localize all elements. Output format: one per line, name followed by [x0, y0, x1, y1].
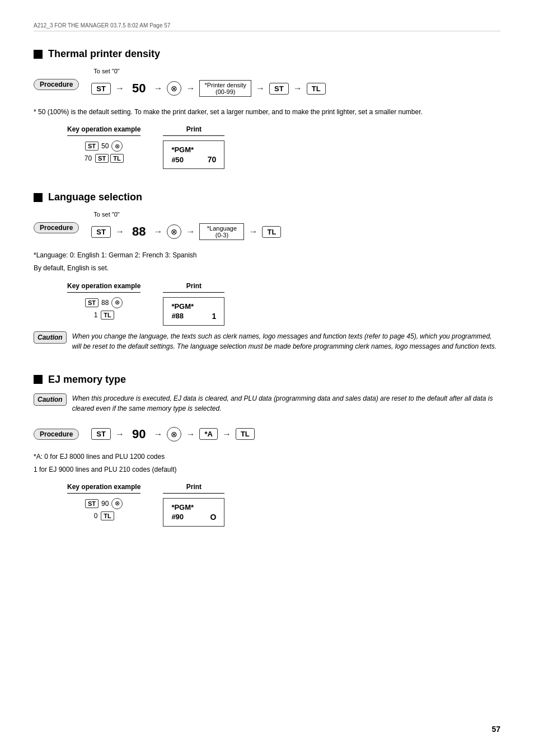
section2-print-header: Print	[163, 282, 224, 293]
section2-key-op-row1: ST 88 ⊗	[85, 297, 123, 308]
section1-key-st2: ST	[95, 154, 109, 163]
section1-bullet	[34, 50, 43, 59]
section1-to-set-label: To set "0"	[93, 68, 119, 74]
section1-title: Thermal printer density	[34, 48, 500, 60]
section1-print-line2: #50	[171, 156, 184, 164]
section1-key-50: 50	[101, 142, 109, 150]
section1-label-line1: *Printer density	[204, 82, 246, 88]
section2-title-text: Language selection	[48, 191, 142, 203]
section1-print-value: 70	[208, 155, 217, 164]
section-language-selection: Language selection Procedure To set "0" …	[34, 191, 500, 351]
procedure-badge-3: Procedure	[34, 429, 79, 440]
section1-arrow4: →	[256, 83, 265, 93]
section2-key-st: ST	[85, 298, 99, 307]
section2-arrow2: →	[153, 227, 162, 237]
section2-key-tl: TL	[101, 311, 114, 320]
section1-key-st: ST	[85, 142, 99, 151]
section3-key-x1: ⊗	[111, 498, 123, 509]
section2-bullet	[34, 193, 43, 202]
section2-arrow3: →	[186, 227, 195, 237]
section1-arrow5: →	[293, 83, 302, 93]
section2-note1: *Language: 0: English 1: German 2: Frenc…	[34, 250, 500, 261]
section1-print-col: Print *PGM* #50 70	[163, 125, 224, 169]
section1-arrow1: →	[115, 83, 124, 93]
section2-number: 88	[132, 224, 146, 239]
section1-st2-key: ST	[269, 83, 289, 95]
section3-arrow1: →	[115, 429, 124, 439]
section3-print-value: O	[210, 513, 217, 522]
procedure-badge-1: Procedure	[34, 79, 79, 90]
section3-key-op-col: Key operation example ST 90 ⊗ 0 TL	[67, 483, 140, 520]
section2-print-line2: #88	[171, 312, 184, 320]
section2-print-value: 1	[212, 312, 217, 321]
section2-key-1: 1	[94, 311, 98, 319]
section3-label-box: *A	[199, 428, 217, 440]
section3-title-text: EJ memory type	[48, 374, 126, 386]
section2-to-set-label: To set "0"	[93, 211, 119, 218]
section2-print-col: Print *PGM* #88 1	[163, 282, 224, 326]
section1-key-70: 70	[85, 154, 92, 162]
section2-flow-row: Procedure To set "0" ST → 88 → ⊗ → *Lang…	[34, 211, 500, 245]
section3-caution-badge: Caution	[34, 393, 67, 406]
section1-print-header: Print	[163, 125, 224, 136]
section2-caution-text: When you change the language, the texts …	[72, 331, 500, 351]
section2-title: Language selection	[34, 191, 500, 203]
section2-print-line1: *PGM*	[171, 302, 216, 311]
section3-arrow4: →	[222, 429, 231, 439]
section3-key-op-rows: ST 90 ⊗ 0 TL	[67, 498, 140, 520]
section3-print-header: Print	[163, 483, 224, 494]
section1-print-box-row: #50 70	[171, 155, 216, 164]
section3-key-op-row2: 0 TL	[94, 511, 114, 520]
section2-label-line2: (0-3)	[216, 232, 228, 238]
section1-key-op-header: Key operation example	[67, 125, 140, 136]
section2-key-op-rows: ST 88 ⊗ 1 TL	[67, 297, 140, 320]
section1-to-set-text: To set "0"	[93, 68, 119, 74]
section3-tl-key: TL	[236, 428, 255, 440]
section2-flow-diagram: ST → 88 → ⊗ → *Language (0-3) → TL	[91, 223, 281, 240]
section2-tl-key: TL	[262, 226, 281, 238]
section1-label-line2: (00-99)	[216, 88, 235, 95]
section1-flow-group: To set "0" ST → 50 → ⊗ → *Printer densit…	[91, 68, 325, 101]
section1-arrow3: →	[186, 83, 195, 93]
section2-key-op-row2: 1 TL	[94, 311, 114, 320]
section3-arrow3: →	[186, 429, 195, 439]
section3-arrow2: →	[153, 429, 162, 439]
section3-flow-row: Procedure ST → 90 → ⊗ → *A → TL	[34, 422, 500, 446]
section3-note1: *A: 0 for EJ 8000 lines and PLU 1200 cod…	[34, 452, 500, 462]
section2-key-x1: ⊗	[111, 297, 123, 308]
section-ej-memory-type: EJ memory type Caution When this procedu…	[34, 374, 500, 527]
section2-note2: By default, English is set.	[34, 263, 500, 274]
section1-number: 50	[132, 81, 146, 96]
section2-print-box-row: #88 1	[171, 312, 216, 321]
section2-flow-group: To set "0" ST → 88 → ⊗ → *Language (0-3)…	[91, 211, 281, 245]
section2-print-box: *PGM* #88 1	[163, 297, 224, 326]
section3-key-90: 90	[101, 500, 109, 508]
section1-tl-key: TL	[307, 83, 326, 95]
section3-st-key: ST	[91, 428, 111, 440]
section2-to-set-text: To set "0"	[93, 211, 119, 218]
section2-arrow4: →	[249, 227, 257, 237]
section1-label-box: *Printer density (00-99)	[199, 80, 251, 97]
section2-label-line1: *Language	[207, 225, 237, 232]
section1-title-text: Thermal printer density	[48, 48, 160, 60]
page-header: A212_3 FOR THE MANAGER 03.7.5 8:02 AM Pa…	[34, 22, 500, 31]
section1-key-tl: TL	[110, 154, 123, 163]
section3-key-st: ST	[85, 499, 99, 508]
section2-caution-badge: Caution	[34, 331, 67, 344]
section2-key-op-col: Key operation example ST 88 ⊗ 1 TL	[67, 282, 140, 320]
section2-x-key: ⊗	[167, 224, 181, 239]
section3-key-op-row1: ST 90 ⊗	[85, 498, 123, 509]
section2-caution: Caution When you change the language, th…	[34, 331, 500, 351]
section1-flow-row: Procedure To set "0" ST → 50 → ⊗ → *Prin…	[34, 68, 500, 101]
section2-key-88: 88	[101, 299, 109, 307]
section3-print-box: *PGM* #90 O	[163, 498, 224, 527]
section2-key-op-header: Key operation example	[67, 282, 140, 293]
header-text: A212_3 FOR THE MANAGER 03.7.5 8:02 AM Pa…	[34, 22, 170, 29]
section3-print-line2: #90	[171, 513, 184, 521]
section2-arrow1: →	[115, 227, 124, 237]
section3-key-op-header: Key operation example	[67, 483, 140, 494]
section1-print-box: *PGM* #50 70	[163, 140, 224, 169]
section3-print-col: Print *PGM* #90 O	[163, 483, 224, 527]
section3-key-0: 0	[94, 512, 98, 520]
section1-flow-diagram: ST → 50 → ⊗ → *Printer density (00-99) →…	[91, 80, 325, 97]
